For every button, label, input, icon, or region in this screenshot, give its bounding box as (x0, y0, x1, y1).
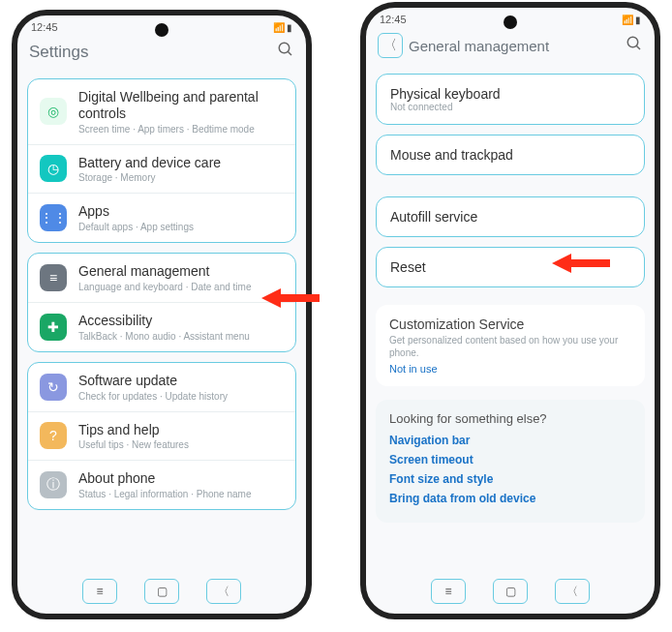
item-title: Accessibility (78, 313, 250, 329)
svg-line-1 (288, 51, 291, 55)
front-camera (504, 15, 517, 29)
page-title: Settings (29, 43, 88, 62)
settings-item-apps[interactable]: ⋮⋮AppsDefault apps · App settings (28, 194, 295, 242)
footer-link[interactable]: Font size and style (389, 472, 631, 486)
settings-item-tips[interactable]: ?Tips and helpUseful tips · New features (28, 412, 295, 462)
nav-bar: ≡ ▢ 〈 (366, 579, 655, 604)
back-button[interactable]: 〈 (378, 33, 403, 58)
gm-item-autofill-service[interactable]: Autofill service (377, 197, 644, 236)
status-time: 12:45 (380, 14, 407, 25)
settings-group-3: ↻Software updateCheck for updates · Upda… (27, 362, 296, 510)
item-title: About phone (78, 470, 251, 487)
item-subtitle: Screen time · App timers · Bedtime mode (78, 124, 284, 135)
item-subtitle: Check for updates · Update history (78, 391, 228, 402)
footer-link[interactable]: Screen timeout (389, 453, 631, 466)
looking-for-block: Looking for something else?Navigation ba… (376, 400, 645, 523)
customization-service[interactable]: Customization ServiceGet personalized co… (376, 305, 645, 386)
about-icon: ⓘ (40, 471, 67, 498)
apps-icon: ⋮⋮ (40, 204, 67, 231)
item-subtitle: Storage · Memory (78, 172, 221, 183)
footer-title: Looking for something else? (389, 411, 631, 426)
settings-item-general[interactable]: ≡General managementLanguage and keyboard… (28, 254, 295, 303)
general-icon: ≡ (40, 264, 67, 291)
item-title: Software update (78, 373, 228, 389)
accessibility-icon: ✚ (40, 314, 67, 341)
item-title: Tips and help (78, 422, 189, 438)
status-icons: 📶▮ (271, 21, 292, 33)
svg-marker-5 (552, 254, 610, 273)
back-button[interactable]: 〈 (206, 579, 241, 604)
front-camera (155, 23, 168, 37)
tips-icon: ? (40, 422, 67, 449)
back-button[interactable]: 〈 (555, 579, 590, 604)
phone-left: 12:45 📶▮ Settings ◎Digital Wellbeing and… (12, 10, 312, 619)
item-title: Battery and device care (78, 155, 221, 171)
footer-link[interactable]: Navigation bar (389, 434, 631, 447)
svg-point-2 (627, 37, 638, 47)
cust-title: Customization Service (389, 316, 631, 332)
item-subtitle: Useful tips · New features (78, 439, 189, 450)
settings-item-battery[interactable]: ◷Battery and device careStorage · Memory (28, 145, 295, 195)
item-subtitle: Language and keyboard · Date and time (78, 282, 251, 292)
callout-arrow-reset (552, 252, 610, 275)
search-icon[interactable] (277, 41, 294, 63)
wellbeing-icon: ◎ (40, 98, 67, 125)
cust-status: Not in use (389, 363, 631, 375)
gm-list: Physical keyboardNot connectedMouse and … (366, 66, 655, 565)
nav-bar: ≡ ▢ 〈 (17, 579, 306, 604)
settings-list: ◎Digital Wellbeing and parental controls… (17, 71, 306, 562)
home-button[interactable]: ▢ (144, 579, 179, 604)
status-time: 12:45 (31, 21, 58, 33)
footer-link[interactable]: Bring data from old device (389, 492, 631, 505)
item-title: Apps (78, 203, 194, 220)
settings-item-update[interactable]: ↻Software updateCheck for updates · Upda… (28, 363, 295, 412)
item-title: Autofill service (390, 209, 630, 225)
status-icons: 📶▮ (620, 14, 641, 25)
item-title: General management (78, 263, 251, 280)
item-title: Digital Wellbeing and parental controls (78, 89, 284, 122)
item-title: Mouse and trackpad (390, 147, 630, 163)
settings-group-1: ◎Digital Wellbeing and parental controls… (27, 78, 296, 243)
settings-item-about[interactable]: ⓘAbout phoneStatus · Legal information ·… (28, 461, 295, 509)
callout-arrow-general-management (261, 286, 320, 310)
item-subtitle: Status · Legal information · Phone name (78, 489, 251, 499)
svg-line-3 (636, 45, 640, 49)
item-subtitle: Not connected (390, 102, 630, 112)
recent-apps-button[interactable]: ≡ (431, 579, 466, 604)
settings-item-accessibility[interactable]: ✚AccessibilityTalkBack · Mono audio · As… (28, 303, 295, 351)
item-title: Physical keyboard (390, 86, 630, 102)
svg-point-0 (279, 43, 290, 53)
header: Settings (17, 35, 306, 71)
gm-item-mouse-and-trackpad[interactable]: Mouse and trackpad (377, 135, 644, 174)
item-subtitle: TalkBack · Mono audio · Assistant menu (78, 331, 250, 342)
cust-sub: Get personalized content based on how yo… (389, 334, 631, 359)
settings-item-wellbeing[interactable]: ◎Digital Wellbeing and parental controls… (28, 79, 295, 145)
header: 〈 General management (366, 27, 655, 66)
update-icon: ↻ (40, 374, 67, 401)
gm-item-physical-keyboard[interactable]: Physical keyboardNot connected (377, 75, 644, 124)
page-title: General management (409, 38, 549, 54)
home-button[interactable]: ▢ (493, 579, 528, 604)
phone-right: 12:45 📶▮ 〈 General management Physical k… (360, 2, 660, 619)
recent-apps-button[interactable]: ≡ (82, 579, 117, 604)
search-icon[interactable] (626, 35, 643, 57)
item-subtitle: Default apps · App settings (78, 222, 194, 232)
svg-marker-4 (261, 288, 320, 308)
battery-icon: ◷ (40, 155, 67, 182)
settings-group-2: ≡General managementLanguage and keyboard… (27, 253, 296, 352)
